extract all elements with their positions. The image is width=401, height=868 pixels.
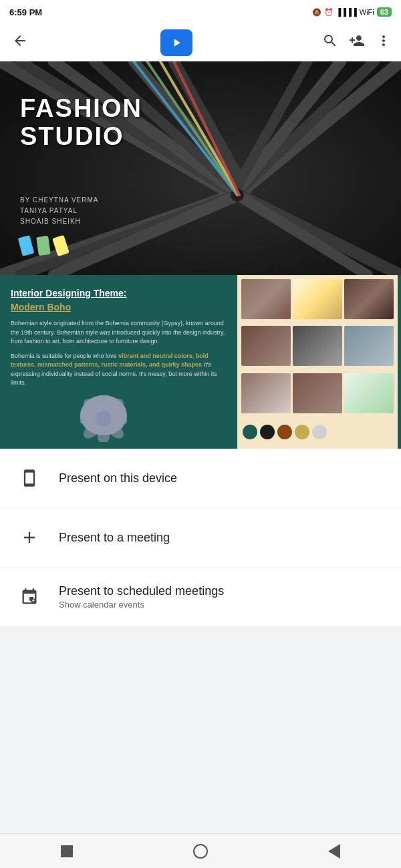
swatch-2 bbox=[260, 425, 275, 439]
slide-1-title: FASHION STUDIO bbox=[20, 95, 142, 151]
slide-2-body2: Bohemia is suitable for people who love … bbox=[11, 352, 227, 388]
photo-cell-1 bbox=[241, 279, 291, 319]
toolbar bbox=[0, 24, 401, 61]
slide-2-photo-grid bbox=[237, 275, 398, 449]
menu-section: Present on this device Present to a meet… bbox=[0, 449, 401, 627]
slide-1-fashion-studio: FASHION STUDIO BY CHEYTNA VERMA TANIYA P… bbox=[0, 61, 401, 275]
mute-icon: 🔕 bbox=[312, 8, 321, 17]
plus-icon bbox=[16, 524, 43, 551]
phone-icon bbox=[16, 465, 43, 491]
status-time: 6:59 PM bbox=[9, 7, 42, 17]
slide-1-authors: BY CHEYTNA VERMA TANIYA PATYAL SHOAIB SH… bbox=[20, 195, 99, 227]
photo-cell-3 bbox=[344, 279, 394, 319]
slide-2-body1: Bohemian style originated from the Bohem… bbox=[11, 319, 227, 347]
photo-cell-7 bbox=[241, 373, 291, 413]
signal-icon: ▐▐▐▐ bbox=[336, 8, 357, 16]
photo-cell-6 bbox=[344, 326, 394, 366]
photo-cell-9 bbox=[344, 373, 394, 413]
recent-apps-icon bbox=[61, 845, 73, 857]
more-button[interactable] bbox=[376, 33, 392, 52]
photo-cell-2 bbox=[293, 279, 342, 319]
present-meeting-title: Present to a meeting bbox=[59, 531, 385, 545]
photo-cell-5 bbox=[293, 326, 342, 366]
swatch-3 bbox=[277, 425, 292, 439]
svg-rect-30 bbox=[33, 599, 33, 600]
alarm-icon: ⏰ bbox=[324, 8, 333, 17]
photo-cell-4 bbox=[241, 326, 291, 366]
slide-2-subtitle: Modern Boho bbox=[11, 302, 227, 312]
back-nav-button[interactable] bbox=[314, 838, 354, 865]
bottom-nav bbox=[0, 833, 401, 868]
swatch-1 bbox=[243, 425, 257, 439]
recent-apps-button[interactable] bbox=[47, 838, 87, 865]
slide-1-deco bbox=[20, 236, 67, 255]
wifi-icon: WiFi bbox=[360, 8, 374, 16]
search-button[interactable] bbox=[322, 33, 338, 52]
home-icon bbox=[193, 844, 208, 859]
add-person-button[interactable] bbox=[349, 33, 365, 52]
present-device-item[interactable]: Present on this device bbox=[0, 449, 401, 508]
svg-point-28 bbox=[96, 411, 111, 426]
home-button[interactable] bbox=[180, 838, 221, 865]
svg-rect-31 bbox=[32, 600, 35, 601]
back-button[interactable] bbox=[9, 30, 31, 55]
back-nav-icon bbox=[328, 844, 340, 859]
slide-2-title: Interior Designing Theme: bbox=[11, 287, 227, 299]
svg-line-14 bbox=[237, 195, 368, 275]
photo-cell-8 bbox=[293, 373, 342, 413]
play-button[interactable] bbox=[160, 29, 192, 56]
calendar-icon bbox=[16, 584, 43, 610]
present-scheduled-item[interactable]: Present to scheduled meetings Show calen… bbox=[0, 568, 401, 627]
status-bar: 6:59 PM 🔕 ⏰ ▐▐▐▐ WiFi 63 bbox=[0, 0, 401, 24]
present-scheduled-subtitle: Show calendar events bbox=[59, 600, 385, 610]
present-scheduled-title: Present to scheduled meetings bbox=[59, 584, 385, 598]
slide-2-flower-deco bbox=[80, 395, 127, 435]
swatch-5 bbox=[312, 425, 327, 439]
status-icons: 🔕 ⏰ ▐▐▐▐ WiFi 63 bbox=[312, 8, 392, 17]
present-meeting-item[interactable]: Present to a meeting bbox=[0, 508, 401, 568]
present-device-title: Present on this device bbox=[59, 471, 385, 485]
battery-icon: 63 bbox=[377, 8, 392, 16]
slide-2-interior: Interior Designing Theme: Modern Boho Bo… bbox=[0, 275, 401, 449]
swatches-row bbox=[241, 420, 394, 445]
swatch-4 bbox=[295, 425, 309, 439]
